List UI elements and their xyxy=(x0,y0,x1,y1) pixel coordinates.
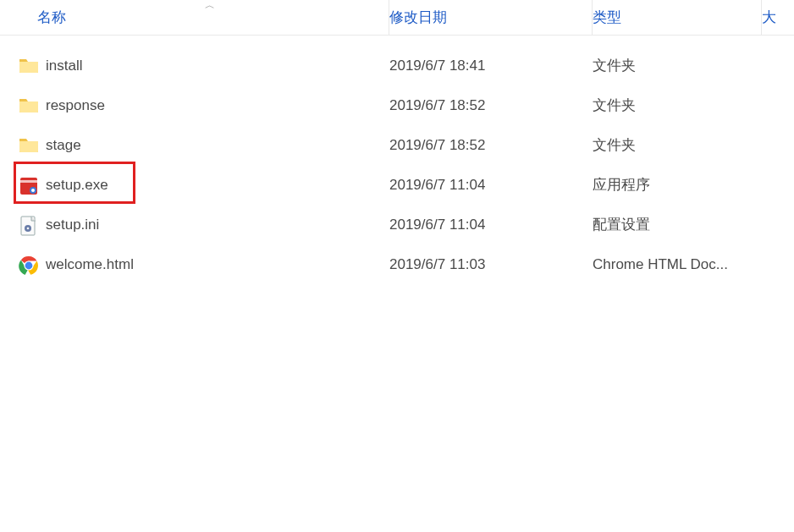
header-size[interactable]: 大 xyxy=(762,0,794,35)
file-date: 2019/6/7 18:41 xyxy=(389,58,485,74)
header-type[interactable]: 类型 xyxy=(593,0,762,35)
header-type-label: 类型 xyxy=(593,8,621,27)
header-date-label: 修改日期 xyxy=(389,8,447,27)
file-date: 2019/6/7 11:03 xyxy=(389,256,485,272)
svg-point-3 xyxy=(31,189,35,192)
ini-icon xyxy=(19,216,39,234)
file-date: 2019/6/7 18:52 xyxy=(389,97,485,113)
file-row[interactable]: install 2019/6/7 18:41 文件夹 xyxy=(0,46,794,85)
file-name: response xyxy=(46,97,105,114)
file-row[interactable]: response 2019/6/7 18:52 文件夹 xyxy=(0,85,794,125)
file-name: setup.ini xyxy=(46,217,99,233)
chrome-icon xyxy=(19,255,39,274)
file-type: 应用程序 xyxy=(593,177,650,193)
file-list: install 2019/6/7 18:41 文件夹 response 2019… xyxy=(0,36,794,284)
file-row[interactable]: setup.ini 2019/6/7 11:04 配置设置 xyxy=(0,205,794,244)
file-type: 文件夹 xyxy=(593,137,636,153)
file-name: install xyxy=(46,58,82,74)
file-row[interactable]: stage 2019/6/7 18:52 文件夹 xyxy=(0,125,794,165)
header-name[interactable]: 名称 ︿ xyxy=(0,0,389,35)
folder-icon xyxy=(19,136,39,155)
file-type: Chrome HTML Doc... xyxy=(593,256,728,272)
file-row[interactable]: welcome.html 2019/6/7 11:03 Chrome HTML … xyxy=(0,244,794,284)
header-name-label: 名称 xyxy=(37,8,66,27)
folder-icon xyxy=(19,57,39,75)
file-date: 2019/6/7 11:04 xyxy=(389,217,485,233)
file-type: 文件夹 xyxy=(593,58,636,74)
sort-arrow-icon: ︿ xyxy=(205,0,215,13)
svg-rect-1 xyxy=(20,180,37,183)
svg-point-6 xyxy=(27,227,30,229)
folder-icon xyxy=(19,96,39,115)
header-size-label: 大 xyxy=(762,8,776,27)
file-name: welcome.html xyxy=(46,256,134,273)
file-type: 文件夹 xyxy=(593,97,636,113)
file-row[interactable]: setup.exe 2019/6/7 11:04 应用程序 xyxy=(0,165,794,205)
file-date: 2019/6/7 18:52 xyxy=(389,137,485,153)
file-date: 2019/6/7 11:04 xyxy=(389,177,485,193)
file-name: setup.exe xyxy=(46,177,108,194)
column-headers: 名称 ︿ 修改日期 类型 大 xyxy=(0,0,794,36)
file-name: stage xyxy=(46,137,81,154)
file-type: 配置设置 xyxy=(593,217,650,233)
exe-icon xyxy=(19,176,39,195)
header-date[interactable]: 修改日期 xyxy=(389,0,593,35)
